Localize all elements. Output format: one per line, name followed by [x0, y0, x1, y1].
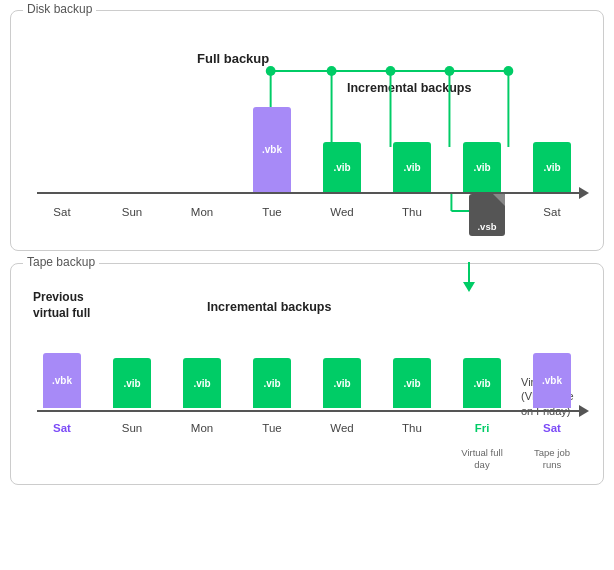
- tape-bar-slot-fri: .vib: [457, 358, 507, 408]
- tape-sublabel-sat: [37, 447, 87, 470]
- disk-axis-arrow: [579, 187, 589, 199]
- tape-bar-slot-sun: .vib: [107, 358, 157, 408]
- tape-vib-mon: .vib: [193, 378, 210, 389]
- inc-bar-thu: .vib: [393, 142, 431, 192]
- svg-point-3: [327, 66, 337, 76]
- prev-virtual-full-label: Previous virtual full: [33, 290, 90, 321]
- svg-marker-18: [463, 282, 475, 292]
- vsb-label: .vsb: [477, 221, 496, 232]
- vbk-label: .vbk: [262, 144, 282, 155]
- svg-point-9: [445, 66, 455, 76]
- day-sat: Sat: [37, 206, 87, 218]
- tape-sublabel-fri: Virtual full day: [457, 447, 507, 470]
- tape-bar-slot-wed: .vib: [317, 358, 367, 408]
- tape-sublabel-thu: [387, 447, 437, 470]
- tape-sublabel-sat2: Tape job runs: [527, 447, 577, 470]
- tape-vib-fri: .vib: [473, 378, 490, 389]
- tape-day-sat: Sat: [37, 422, 87, 434]
- bar-slot-sat2: .vib: [527, 142, 577, 192]
- tape-inc-backup-label: Incremental backups: [207, 300, 331, 314]
- tape-bar-slot-sat2: .vbk: [527, 353, 577, 408]
- tape-sublabel-wed: [317, 447, 367, 470]
- tape-bar-slot-thu: .vib: [387, 358, 437, 408]
- inc-bar-sat2: .vib: [533, 142, 571, 192]
- inc-bar-wed: .vib: [323, 142, 361, 192]
- vsb-file-icon: .vsb: [469, 194, 505, 236]
- tape-vib-sun: .vib: [123, 378, 140, 389]
- day-mon: Mon: [177, 206, 227, 218]
- tape-day-mon: Mon: [177, 422, 227, 434]
- svg-point-6: [386, 66, 396, 76]
- vib-label-sat2: .vib: [543, 162, 560, 173]
- tape-day-wed: Wed: [317, 422, 367, 434]
- tape-full-bar-sat2: .vbk: [533, 353, 571, 408]
- tape-vbk-sat: .vbk: [52, 375, 72, 386]
- tape-bars-row: .vbk .vib .vib .v: [37, 353, 577, 408]
- tape-day-sat2: Sat: [527, 422, 577, 434]
- full-bar-vbk: .vbk: [253, 107, 291, 192]
- full-backup-label: Full backup: [197, 51, 269, 66]
- tape-inc-thu: .vib: [393, 358, 431, 408]
- day-tue: Tue: [247, 206, 297, 218]
- tape-vbk-sat2: .vbk: [542, 375, 562, 386]
- tape-backup-section: Tape backup Previous virtual full Increm…: [10, 263, 604, 485]
- inc-bar-fri: .vib: [463, 142, 501, 192]
- tape-bar-slot-tue: .vib: [247, 358, 297, 408]
- tape-inc-fri: .vib: [463, 358, 501, 408]
- day-wed: Wed: [317, 206, 367, 218]
- diagram-container: Disk backup Full backup Incremental back…: [10, 10, 604, 485]
- tape-day-fri: Fri: [457, 422, 507, 434]
- bar-slot-tue: .vbk: [247, 107, 297, 192]
- disk-chart-area: Full backup Incremental backups: [27, 51, 587, 236]
- tape-axis-arrow: [579, 405, 589, 417]
- tape-sublabel-sun: [107, 447, 157, 470]
- tape-bar-slot-mon: .vib: [177, 358, 227, 408]
- tape-vib-wed: .vib: [333, 378, 350, 389]
- tape-chart-area: Previous virtual full Incremental backup…: [27, 290, 587, 470]
- tape-section-label: Tape backup: [23, 255, 99, 269]
- tape-bar-slot-sat: .vbk: [37, 353, 87, 408]
- day-sun: Sun: [107, 206, 157, 218]
- disk-bars-row: .vbk .vib .vib .vib .vib: [37, 107, 577, 192]
- vib-label-thu: .vib: [403, 162, 420, 173]
- svg-point-0: [266, 66, 276, 76]
- disk-backup-section: Disk backup Full backup Incremental back…: [10, 10, 604, 251]
- bar-slot-wed: .vib: [317, 142, 367, 192]
- tape-vib-tue: .vib: [263, 378, 280, 389]
- day-thu: Thu: [387, 206, 437, 218]
- bar-slot-fri: .vib: [457, 142, 507, 192]
- vib-label-wed: .vib: [333, 162, 350, 173]
- vsb-icon-container: .vsb: [469, 194, 505, 236]
- tape-full-bar-sat: .vbk: [43, 353, 81, 408]
- day-sat2: Sat: [527, 206, 577, 218]
- down-arrow-svg: [459, 262, 499, 297]
- svg-point-12: [503, 66, 513, 76]
- tape-sublabel-mon: [177, 447, 227, 470]
- bar-slot-thu: .vib: [387, 142, 437, 192]
- tape-day-labels: Sat Sun Mon Tue Wed Thu Fri Sat: [37, 422, 577, 434]
- tape-axis-line: [37, 410, 587, 412]
- tape-day-sun: Sun: [107, 422, 157, 434]
- tape-inc-wed: .vib: [323, 358, 361, 408]
- tape-sublabels: Virtual full day Tape job runs: [37, 447, 577, 470]
- tape-vib-thu: .vib: [403, 378, 420, 389]
- tape-inc-mon: .vib: [183, 358, 221, 408]
- tape-sublabel-tue: [247, 447, 297, 470]
- tape-inc-tue: .vib: [253, 358, 291, 408]
- tape-day-tue: Tue: [247, 422, 297, 434]
- vib-label-fri: .vib: [473, 162, 490, 173]
- tape-day-thu: Thu: [387, 422, 437, 434]
- disk-section-label: Disk backup: [23, 2, 96, 16]
- tape-inc-sun: .vib: [113, 358, 151, 408]
- disk-inc-backup-label: Incremental backups: [347, 81, 471, 95]
